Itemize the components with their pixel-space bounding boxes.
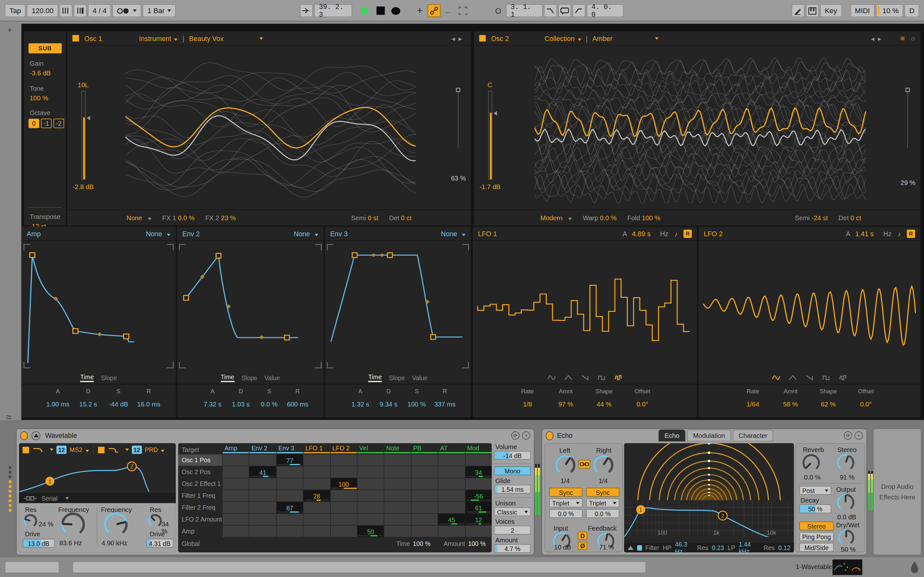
filter1-type-dropdown[interactable] <box>50 448 53 451</box>
osc1-detune[interactable]: Det 0 ct <box>389 214 411 221</box>
matrix-cell[interactable] <box>304 502 330 513</box>
volume-field[interactable]: -14 dB <box>494 451 531 460</box>
matrix-cell[interactable] <box>384 514 411 525</box>
tempo-field[interactable]: 120.00 <box>27 4 58 17</box>
status-field-large[interactable] <box>73 561 646 573</box>
reverb-value[interactable]: 0.0 % <box>804 474 821 480</box>
follow-button[interactable] <box>300 4 313 17</box>
matrix-cell[interactable]: 41 <box>250 466 276 478</box>
capture-midi-button[interactable] <box>456 4 469 17</box>
matrix-row-label[interactable]: Osc 2 Effect 1 <box>178 478 222 490</box>
echo-right-sync-button[interactable]: Sync <box>586 488 620 496</box>
lfo-shape-0-icon[interactable] <box>772 374 780 381</box>
matrix-cell[interactable] <box>330 514 357 525</box>
mid-side-mode-button[interactable]: Mid/Side <box>799 543 834 552</box>
matrix-cell[interactable] <box>276 478 303 490</box>
loop-length-field[interactable]: 4. 0. 0 <box>587 4 624 17</box>
matrix-cell[interactable] <box>438 478 465 490</box>
arrangement-overdub-icon[interactable]: O <box>492 4 505 17</box>
wavetable-list-icon[interactable]: ≡ <box>900 34 905 43</box>
ping-pong-mode-button[interactable]: Ping Pong <box>799 532 834 541</box>
amp-tab-time[interactable]: Time <box>80 373 94 382</box>
matrix-row-label[interactable]: LFO 2 Amount <box>178 514 222 525</box>
matrix-cell[interactable] <box>411 478 438 490</box>
osc2-gain-slider[interactable] <box>488 91 492 180</box>
output-knob[interactable] <box>836 493 855 512</box>
filter1-type-icon[interactable] <box>32 446 44 453</box>
amp-attack[interactable]: A1.00 ms <box>43 388 73 418</box>
matrix-cell[interactable] <box>465 478 491 490</box>
loop-switch[interactable] <box>558 4 572 17</box>
matrix-cell[interactable]: 28 <box>304 490 330 501</box>
matrix-cell[interactable] <box>223 526 249 537</box>
osc1-semi[interactable]: Semi 0 st <box>351 214 378 221</box>
decay-field[interactable]: 50 % <box>799 504 831 513</box>
loop-start-field[interactable]: 3. 1. 1 <box>506 4 543 17</box>
matrix-cell[interactable] <box>411 514 438 525</box>
echo-right-time-value[interactable]: 1/4 <box>599 477 607 484</box>
matrix-cell[interactable] <box>384 455 411 466</box>
osc2-fold[interactable]: Fold 100 % <box>627 214 660 221</box>
osc1-fx1[interactable]: FX 1 0.0 % <box>162 214 195 221</box>
osc2-effect-mode-menu[interactable]: Modern <box>540 214 572 221</box>
matrix-cell[interactable] <box>223 514 249 525</box>
echo-left-time-value[interactable]: 1/4 <box>561 477 569 484</box>
octave-minus1-button[interactable]: -1 <box>41 119 52 128</box>
matrix-cell[interactable] <box>223 466 249 478</box>
lfo2-hz-toggle[interactable]: Hz <box>883 230 892 237</box>
echo-left-time-knob[interactable] <box>555 455 576 476</box>
matrix-cell[interactable] <box>411 502 438 513</box>
lfo1-rate[interactable]: Rate1/8 <box>508 388 546 418</box>
lfo1-sync-note-icon[interactable]: ♪ <box>674 230 678 237</box>
filter2-slope[interactable]: 12 <box>132 446 142 454</box>
metronome-toggle[interactable] <box>113 4 142 17</box>
matrix-cell[interactable] <box>411 490 438 501</box>
matrix-cell[interactable] <box>330 455 357 466</box>
arrangement-position-field[interactable]: 39. 2. 3 <box>314 4 352 17</box>
wavetable-fold-button[interactable] <box>31 431 40 440</box>
lfo-shape-3-icon[interactable] <box>822 374 830 381</box>
lfo2-sync-note-icon[interactable]: ♪ <box>898 230 901 237</box>
triangle-down-icon[interactable]: ▼ <box>7 27 13 33</box>
matrix-cell[interactable] <box>250 526 276 537</box>
osc2-position-slider[interactable] <box>907 88 908 148</box>
reenable-automation-button[interactable]: ← <box>442 4 455 17</box>
matrix-cell[interactable] <box>223 490 249 501</box>
matrix-cell[interactable] <box>304 478 330 490</box>
osc1-wavetable-dropdown-icon[interactable] <box>259 37 263 39</box>
osc1-pan-value[interactable]: 10L <box>69 81 97 89</box>
lfo-shape-3-icon[interactable] <box>597 374 606 381</box>
matrix-column-header[interactable]: LFO 1 <box>304 444 330 453</box>
wavetable-circle-icon[interactable]: ○ <box>911 34 915 42</box>
osc2-position-handle[interactable] <box>906 88 910 92</box>
punch-out-button[interactable] <box>572 4 586 17</box>
env3-tab-value[interactable]: Value <box>412 374 427 381</box>
matrix-cell[interactable] <box>384 478 411 490</box>
echo-input-value[interactable]: 10 dB <box>554 543 571 550</box>
filter2-res-knob[interactable] <box>147 513 163 529</box>
tap-tempo-button[interactable]: Tap <box>5 4 26 17</box>
lfo1-graph[interactable] <box>473 241 697 371</box>
env2-decay[interactable]: D1.03 s <box>227 388 255 418</box>
env2-tab-time[interactable]: Time <box>221 373 234 382</box>
env3-graph[interactable] <box>325 241 471 371</box>
filter2-toggle[interactable] <box>98 446 104 453</box>
matrix-cell[interactable] <box>357 478 384 490</box>
lfo-shape-2-icon[interactable] <box>580 374 590 381</box>
stop-button[interactable] <box>376 6 384 15</box>
env3-sustain[interactable]: S100 % <box>403 388 431 418</box>
lfo2-graph[interactable] <box>698 241 921 371</box>
drywet-knob[interactable] <box>837 529 855 546</box>
filter-response-display[interactable]: 1 2 <box>19 458 176 492</box>
osc1-prev-next-icons[interactable]: ◂▸ <box>451 34 465 42</box>
matrix-cell[interactable]: 100 <box>330 478 357 490</box>
osc1-gain-slider[interactable] <box>81 91 86 180</box>
matrix-cell[interactable]: -56 <box>465 490 491 501</box>
computer-midi-keyboard-button[interactable] <box>806 4 819 17</box>
device-chain-thumbnail[interactable] <box>833 559 863 575</box>
record-button[interactable] <box>391 7 401 15</box>
punch-in-button[interactable] <box>544 4 557 17</box>
env2-attack[interactable]: A7.32 s <box>198 388 226 418</box>
global-amount-value[interactable]: 100 % <box>468 540 486 547</box>
sub-osc-button[interactable]: SUB <box>29 43 62 53</box>
